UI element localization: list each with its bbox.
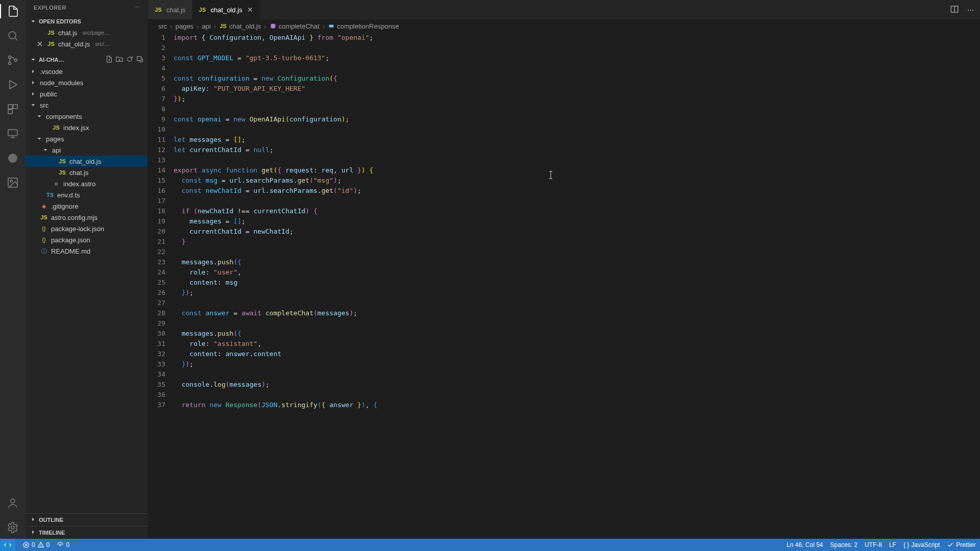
code-line[interactable]: return new Response(JSON.stringify({ ans… [174,400,974,410]
code-line[interactable]: const GPT_MODEL = "gpt-3.5-turbo-0613"; [174,53,974,63]
code-line[interactable]: if (newChatId !== currentChatId) { [174,206,974,216]
file-item[interactable]: ⓘREADME.md [26,245,148,257]
folder-item[interactable]: components [26,111,148,122]
folder-item[interactable]: pages [26,133,148,144]
file-item[interactable]: ◆.gitignore [26,201,148,212]
code-line[interactable]: export async function get({ request: req… [174,165,974,176]
code-line[interactable]: content: msg [174,278,974,288]
activity-remote-explorer-icon[interactable] [6,127,20,141]
code-editor[interactable]: 1234567891011121314151617181920212223242… [148,33,980,539]
open-editor-item[interactable]: JSchat.jssrc/page… [26,27,148,38]
file-item[interactable]: JSchat_old.js [26,156,148,167]
code-line[interactable] [174,369,974,380]
folder-item[interactable]: public [26,88,148,99]
code-line[interactable] [174,318,974,329]
code-line[interactable]: }); [174,94,974,104]
new-file-icon[interactable] [106,56,113,64]
js-file-icon: JS [47,30,55,36]
code-line[interactable] [174,43,974,53]
editor-tab[interactable]: JSchat.js [148,0,192,19]
code-line[interactable] [174,124,974,135]
status-prettier[interactable]: Prettier [947,541,976,548]
code-line[interactable] [174,298,974,308]
code-line[interactable]: const answer = await completeChat(messag… [174,308,974,318]
code-line[interactable]: role: "assistant", [174,339,974,349]
open-editor-item[interactable]: JSchat_old.jssrc/… [26,38,148,49]
status-problems[interactable]: 0 0 [22,541,50,548]
code-line[interactable]: }); [174,288,974,298]
status-indentation[interactable]: Spaces: 2 [830,541,857,548]
file-item[interactable]: JSindex.jsx [26,122,148,133]
file-item[interactable]: JSastro.config.mjs [26,212,148,223]
activity-accounts-icon[interactable] [6,496,20,510]
folder-item[interactable]: .vscode [26,66,148,77]
tab-more-icon[interactable]: ⋯ [967,6,974,14]
status-cursor-position[interactable]: Ln 46, Col 54 [787,541,823,548]
breadcrumb-item[interactable]: JSchat_old.js [219,22,261,30]
activity-astro-icon[interactable] [6,151,20,165]
file-item[interactable]: TSenv.d.ts [26,189,148,201]
close-icon[interactable] [247,6,254,13]
code-line[interactable]: }); [174,359,974,369]
collapse-all-icon[interactable] [136,56,143,64]
code-line[interactable] [174,63,974,73]
code-content[interactable]: import { Configuration, OpenAIApi } from… [174,33,980,539]
activity-settings-icon[interactable] [6,520,20,535]
breadcrumb-item[interactable]: api [202,22,210,30]
code-line[interactable] [174,390,974,400]
activity-explorer-icon[interactable] [0,4,26,18]
folder-item[interactable]: node_modules [26,77,148,88]
code-line[interactable]: messages = []; [174,216,974,227]
new-folder-icon[interactable] [116,56,123,64]
code-line[interactable]: messages.push({ [174,257,974,267]
code-line[interactable]: let currentChatId = null; [174,145,974,155]
activity-extensions-icon[interactable] [6,102,20,116]
remote-indicator[interactable] [0,539,15,551]
refresh-icon[interactable] [126,56,133,64]
code-line[interactable] [174,155,974,165]
activity-image-icon[interactable] [6,176,20,190]
folder-item[interactable]: src [26,99,148,111]
code-line[interactable]: const msg = url.searchParams.get("msg"); [174,176,974,186]
code-line[interactable] [174,196,974,206]
code-line[interactable]: role: "user", [174,267,974,278]
folder-item[interactable]: api [26,144,148,156]
status-eol[interactable]: LF [889,541,896,548]
code-line[interactable]: } [174,237,974,247]
breadcrumb-item[interactable]: completionResponse [328,22,399,30]
file-item[interactable]: {}package-lock.json [26,223,148,234]
activity-run-debug-icon[interactable] [6,78,20,92]
file-item[interactable]: ≡index.astro [26,178,148,189]
status-ports[interactable]: 0 [57,541,69,548]
breadcrumb-item[interactable]: src [158,22,167,30]
project-header[interactable]: AI-CHA… [26,55,148,65]
breadcrumb-item[interactable]: pages [176,22,193,30]
code-line[interactable]: const openai = new OpenAIApi(configurati… [174,114,974,124]
close-icon[interactable] [36,40,44,48]
file-item[interactable]: {}package.json [26,234,148,245]
code-line[interactable]: apiKey: "PUT_YOUR_API_KEY_HERE" [174,84,974,94]
code-line[interactable] [174,104,974,114]
split-editor-icon[interactable] [950,5,959,15]
outline-section[interactable]: OUTLINE [26,513,148,526]
code-line[interactable]: let messages = []; [174,135,974,145]
code-line[interactable]: currentChatId = newChatId; [174,227,974,237]
activity-source-control-icon[interactable] [6,53,20,67]
status-encoding[interactable]: UTF-8 [865,541,882,548]
editor-tab[interactable]: JSchat_old.js [192,0,260,19]
sidebar-more-icon[interactable]: ⋯ [134,4,140,11]
code-line[interactable]: console.log(messages); [174,380,974,390]
code-line[interactable]: content: answer.content [174,349,974,359]
code-line[interactable]: import { Configuration, OpenAIApi } from… [174,33,974,43]
breadcrumb-item[interactable]: completeChat [270,22,320,30]
code-line[interactable]: const configuration = new Configuration(… [174,73,974,84]
code-line[interactable] [174,247,974,257]
activity-search-icon[interactable] [6,29,20,43]
timeline-section[interactable]: TIMELINE [26,526,148,539]
code-line[interactable]: const newChatId = url.searchParams.get("… [174,186,974,196]
file-item[interactable]: JSchat.js [26,167,148,178]
breadcrumbs[interactable]: src›pages›api›JSchat_old.js›completeChat… [148,19,980,33]
status-language[interactable]: { } JavaScript [903,541,940,548]
code-line[interactable]: messages.push({ [174,329,974,339]
open-editors-header[interactable]: OPEN EDITORS [26,17,148,26]
